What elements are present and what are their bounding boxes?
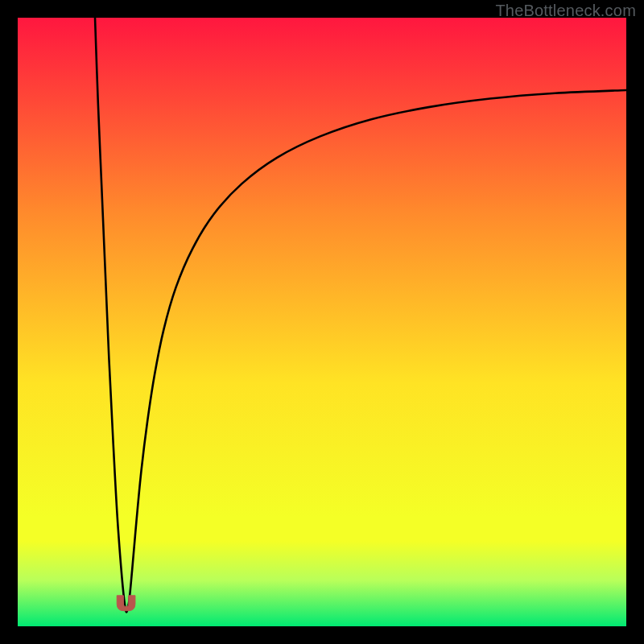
plot-area bbox=[18, 18, 626, 626]
watermark-text: TheBottleneck.com bbox=[495, 2, 636, 20]
bottleneck-curve bbox=[95, 18, 626, 612]
minimum-marker bbox=[117, 596, 135, 611]
chart-curve-layer bbox=[18, 18, 626, 626]
chart-frame: TheBottleneck.com bbox=[0, 0, 644, 644]
